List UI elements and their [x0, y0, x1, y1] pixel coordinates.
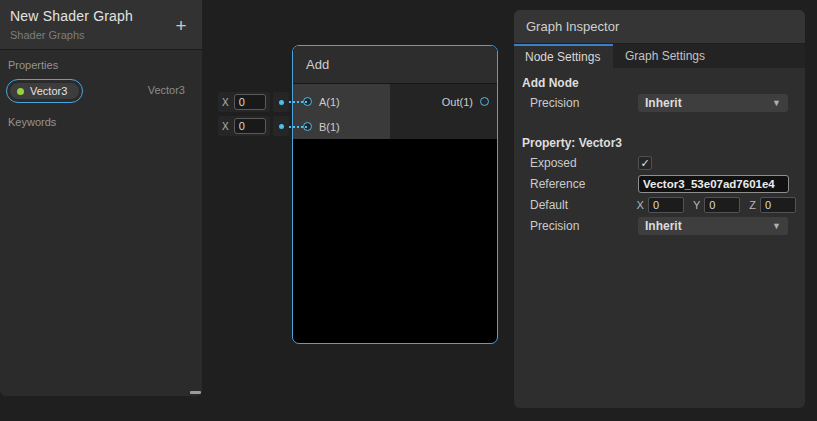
exposed-label: Exposed	[530, 156, 638, 170]
inspector-content: Add Node Precision Inherit ▼ Property: V…	[514, 68, 805, 236]
input-port-a: A(1)	[293, 89, 390, 114]
input-a-port-dot-icon[interactable]	[279, 100, 284, 105]
graph-title: New Shader Graph	[10, 8, 192, 24]
blackboard-header: New Shader Graph Shader Graphs +	[0, 0, 202, 50]
tab-graph-settings[interactable]: Graph Settings	[613, 44, 705, 68]
output-port-out: Out(1)	[390, 89, 497, 114]
tab-node-settings[interactable]: Node Settings	[514, 44, 613, 68]
edge-a-connection	[289, 101, 307, 103]
properties-section-label: Properties	[8, 59, 202, 71]
input-b-value-widget: X 0	[218, 116, 289, 136]
property-dot-icon	[17, 88, 24, 95]
add-node[interactable]: Add A(1) B(1) Out(1)	[292, 45, 498, 344]
keywords-section-label: Keywords	[8, 116, 202, 128]
default-x-field[interactable]: 0	[648, 197, 684, 213]
reference-field[interactable]: Vector3_53e07ad7601e4	[638, 175, 789, 193]
graph-inspector-panel: Graph Inspector Node Settings Graph Sett…	[514, 10, 805, 408]
node-precision-label: Precision	[530, 96, 638, 110]
graph-subtitle: Shader Graphs	[10, 29, 192, 41]
property-pill-label: Vector3	[30, 85, 67, 97]
input-ports-column: A(1) B(1)	[293, 84, 390, 139]
property-row: Vector3 Vector3	[0, 79, 202, 103]
blackboard-panel: New Shader Graph Shader Graphs + Propert…	[0, 0, 202, 396]
input-a-axis-label: X	[222, 97, 229, 108]
port-out-label: Out(1)	[442, 96, 473, 108]
property-pill-inner[interactable]: Vector3	[9, 82, 80, 100]
reference-label: Reference	[530, 177, 638, 191]
default-y-label: Y	[693, 199, 700, 211]
blackboard-horizontal-scrollbar[interactable]	[190, 391, 201, 394]
input-b-port-dot-icon[interactable]	[279, 124, 284, 129]
property-type-label: Vector3	[148, 84, 185, 96]
property-precision-dropdown[interactable]: Inherit ▼	[638, 217, 788, 235]
input-port-b: B(1)	[293, 114, 390, 139]
exposed-checkbox[interactable]: ✓	[638, 156, 652, 170]
node-precision-dropdown[interactable]: Inherit ▼	[638, 94, 788, 112]
port-out-connector-icon[interactable]	[480, 97, 489, 106]
input-b-port-chip	[273, 116, 289, 136]
default-y-field[interactable]: 0	[704, 197, 740, 213]
input-b-value-field[interactable]: 0	[234, 118, 266, 134]
input-b-axis-label: X	[222, 121, 229, 132]
property-precision-value: Inherit	[645, 219, 682, 233]
add-node-titlebar[interactable]: Add	[293, 46, 497, 84]
inspector-tab-bar: Node Settings Graph Settings	[514, 44, 805, 68]
port-b-label: B(1)	[319, 121, 340, 133]
edge-b-connection	[289, 126, 307, 128]
node-precision-row: Precision Inherit ▼	[514, 93, 805, 113]
exposed-row: Exposed ✓	[514, 153, 805, 173]
input-b-box: X 0	[218, 116, 270, 136]
output-ports-column: Out(1)	[390, 84, 497, 139]
default-z-field[interactable]: 0	[760, 197, 796, 213]
input-a-box: X 0	[218, 92, 270, 112]
property-precision-row: Precision Inherit ▼	[514, 216, 805, 236]
add-node-ports: A(1) B(1) Out(1)	[293, 84, 497, 139]
default-row: Default X 0 Y 0 Z 0	[514, 195, 805, 215]
port-a-label: A(1)	[319, 96, 340, 108]
chevron-down-icon: ▼	[772, 221, 781, 231]
add-node-section-heading: Add Node	[522, 76, 805, 90]
node-precision-value: Inherit	[645, 96, 682, 110]
add-property-button[interactable]: +	[171, 16, 191, 36]
input-a-port-chip	[273, 92, 289, 112]
default-z-label: Z	[749, 199, 756, 211]
default-label: Default	[530, 198, 637, 212]
input-a-value-widget: X 0	[218, 92, 289, 112]
property-precision-label: Precision	[530, 219, 638, 233]
property-section-heading: Property: Vector3	[522, 136, 805, 150]
input-a-value-field[interactable]: 0	[234, 94, 266, 110]
default-vector-fields: X 0 Y 0 Z 0	[637, 197, 805, 213]
default-x-label: X	[637, 199, 644, 211]
chevron-down-icon: ▼	[772, 98, 781, 108]
inspector-title: Graph Inspector	[514, 10, 805, 44]
property-pill-vector3[interactable]: Vector3	[6, 79, 83, 103]
reference-row: Reference Vector3_53e07ad7601e4	[514, 174, 805, 194]
